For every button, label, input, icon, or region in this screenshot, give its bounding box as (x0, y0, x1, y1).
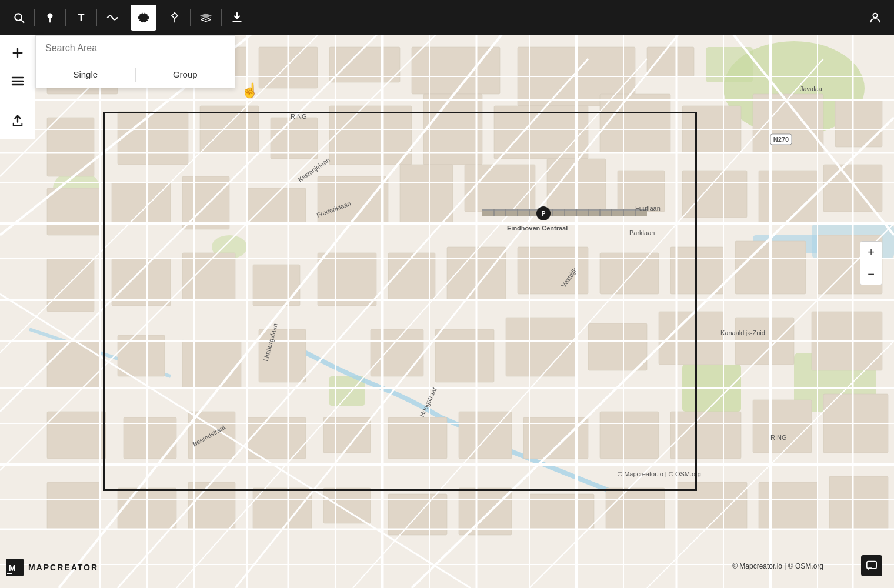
svg-rect-190 (7, 573, 12, 574)
svg-rect-44 (182, 253, 235, 300)
svg-rect-59 (435, 329, 494, 382)
route-button[interactable] (162, 5, 188, 31)
svg-point-173 (142, 12, 144, 14)
logo-text: MAPCREATOR (28, 563, 98, 572)
svg-rect-86 (676, 482, 747, 529)
svg-rect-39 (682, 171, 747, 218)
svg-line-170 (21, 20, 24, 23)
svg-rect-25 (494, 106, 588, 159)
toolbar-divider-3 (96, 9, 97, 26)
svg-point-176 (142, 22, 144, 24)
svg-text:© Mapcreator.io | © OSM.org: © Mapcreator.io | © OSM.org (618, 470, 701, 477)
svg-text:Fuutlaan: Fuutlaan (635, 205, 661, 212)
svg-point-182 (873, 14, 877, 18)
zoom-out-button[interactable]: − (860, 263, 882, 285)
export-button[interactable] (224, 5, 250, 31)
svg-rect-23 (329, 106, 412, 165)
polygon-button[interactable] (131, 5, 156, 31)
search-area-input[interactable] (45, 43, 225, 54)
zoom-controls: + − (860, 241, 882, 285)
svg-text:Eindhoven Centraal: Eindhoven Centraal (507, 225, 568, 232)
toolbar-divider-4 (128, 9, 128, 26)
svg-text:P: P (542, 211, 546, 217)
svg-rect-30 (47, 188, 100, 235)
pin-button[interactable] (37, 5, 63, 31)
svg-rect-77 (47, 482, 100, 529)
svg-rect-65 (47, 412, 106, 459)
menu-button[interactable] (5, 68, 31, 94)
toolbar-divider-6 (190, 9, 191, 26)
logo-icon: M (6, 559, 24, 576)
chat-button[interactable] (861, 555, 882, 576)
svg-rect-34 (318, 176, 388, 223)
svg-text:N270: N270 (773, 136, 789, 143)
text-button[interactable]: T (68, 5, 94, 31)
svg-rect-46 (318, 253, 376, 306)
text-icon: T (78, 12, 85, 24)
toolbar-divider-1 (34, 9, 35, 26)
svg-rect-20 (118, 112, 188, 165)
svg-rect-26 (600, 94, 670, 153)
search-tab-group[interactable]: Group (136, 61, 235, 88)
svg-rect-40 (759, 171, 818, 223)
svg-rect-42 (47, 259, 94, 312)
svg-text:RING: RING (291, 113, 307, 120)
svg-text:Kanaaldijk-Zuid: Kanaaldijk-Zuid (720, 329, 765, 336)
svg-rect-18 (647, 47, 694, 76)
svg-text:M: M (9, 563, 16, 573)
upload-button[interactable] (5, 108, 31, 134)
svg-rect-56 (182, 341, 241, 388)
search-button[interactable] (6, 5, 32, 31)
svg-point-171 (48, 14, 53, 19)
svg-rect-73 (600, 412, 659, 459)
svg-rect-58 (371, 329, 423, 376)
left-sidebar (0, 35, 35, 139)
map[interactable]: P Kastanjelaan Frederiklaan Eindhoven Ce… (0, 0, 894, 588)
svg-text:Javalaa: Javalaa (800, 85, 823, 92)
svg-point-178 (138, 15, 139, 16)
search-input-container (36, 36, 235, 61)
svg-rect-83 (459, 488, 512, 535)
search-tab-single[interactable]: Single (36, 61, 135, 88)
toolbar-divider-2 (65, 9, 66, 26)
svg-rect-87 (759, 482, 818, 529)
toolbar-divider-7 (221, 9, 222, 26)
svg-rect-35 (400, 165, 453, 223)
svg-rect-181 (233, 21, 242, 22)
svg-point-177 (138, 19, 139, 21)
layers-button[interactable] (193, 5, 219, 31)
search-dropdown: Single Group (35, 35, 235, 88)
user-button[interactable] (862, 5, 888, 31)
svg-rect-19 (47, 118, 94, 176)
svg-text:RING: RING (770, 434, 787, 441)
toolbar: T (0, 0, 894, 35)
svg-marker-172 (139, 13, 149, 23)
svg-rect-191 (867, 562, 876, 569)
svg-rect-60 (506, 318, 576, 376)
svg-rect-75 (753, 400, 812, 453)
svg-marker-179 (172, 13, 178, 19)
zoom-in-button[interactable]: + (860, 242, 882, 263)
svg-text:Parklaan: Parklaan (629, 229, 655, 236)
map-attribution: © Mapcreator.io | © OSM.org (732, 562, 823, 570)
svg-rect-31 (112, 182, 171, 223)
line-button[interactable] (99, 5, 125, 31)
svg-rect-74 (670, 412, 741, 459)
svg-point-174 (148, 15, 149, 16)
toolbar-divider-5 (159, 9, 159, 26)
svg-rect-88 (829, 476, 888, 529)
mapcreator-logo: M MAPCREATOR (6, 559, 98, 576)
svg-rect-36 (465, 165, 535, 212)
svg-rect-81 (323, 488, 371, 523)
search-tabs: Single Group (36, 61, 235, 88)
svg-rect-85 (606, 488, 665, 529)
svg-rect-51 (670, 247, 723, 294)
add-button[interactable] (5, 40, 31, 66)
svg-rect-54 (47, 341, 100, 388)
toolbar-right (862, 5, 888, 31)
svg-rect-29 (835, 100, 882, 147)
svg-rect-80 (253, 488, 312, 529)
svg-point-175 (148, 19, 149, 21)
svg-rect-61 (588, 323, 647, 370)
